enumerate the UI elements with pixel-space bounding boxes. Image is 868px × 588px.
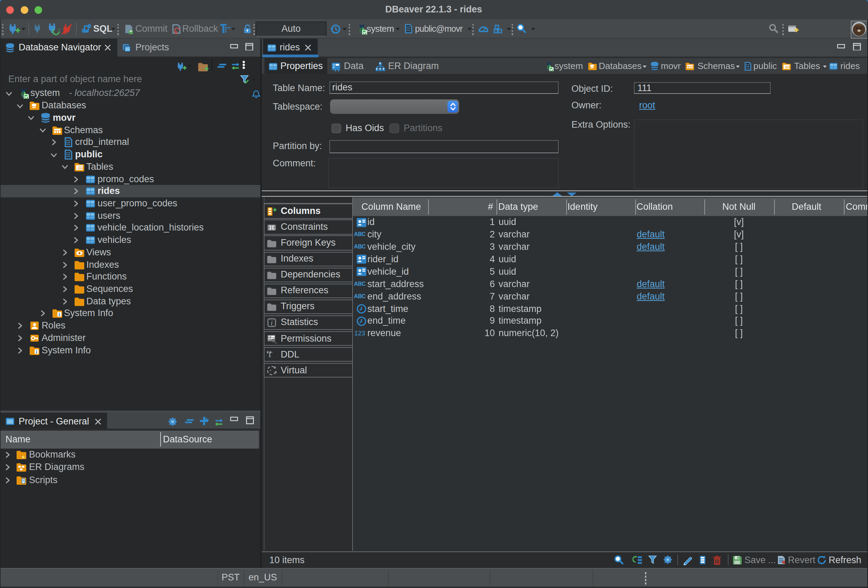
svg-text:i: i: [271, 319, 272, 326]
